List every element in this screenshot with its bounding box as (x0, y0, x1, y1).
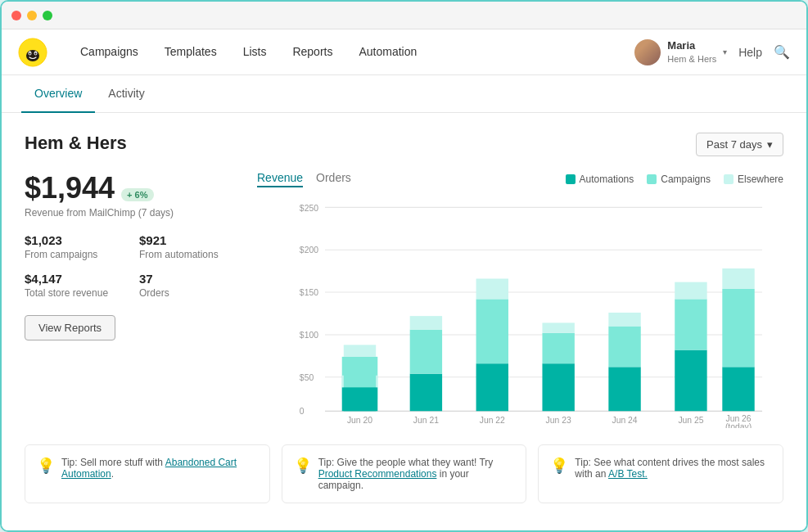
nav-lists[interactable]: Lists (230, 29, 280, 75)
ab-test-link[interactable]: A/B Test. (608, 468, 648, 480)
page-header: Hem & Hers Past 7 days ▾ (25, 133, 783, 156)
logo[interactable] (18, 38, 47, 67)
tab-overview[interactable]: Overview (21, 75, 95, 113)
title-bar (2, 2, 806, 29)
bar-jun23-camp (542, 333, 574, 363)
page-title: Hem & Hers (25, 133, 127, 154)
bar-jun24-camp (608, 327, 640, 367)
campaigns-color-dot (647, 174, 657, 184)
tip-text-1: Tip: Sell more stuff with (61, 457, 165, 468)
elsewhere-color-dot (724, 174, 734, 184)
product-recommendations-link[interactable]: Product Recommendations (318, 468, 437, 480)
svg-text:$150: $150 (300, 288, 318, 297)
user-info: Maria Hem & Hers (667, 39, 716, 65)
bar-jun21-camp (410, 330, 442, 374)
stat-orders: 37 Orders (139, 272, 237, 299)
view-reports-button[interactable]: View Reports (25, 315, 115, 340)
x-label-jun20: Jun 20 (347, 416, 372, 425)
bar-jun21-else (410, 316, 442, 330)
chart-area: $250 $200 $150 $100 $50 0 (257, 199, 783, 428)
bar-jun21-auto (410, 374, 442, 412)
maximize-dot[interactable] (43, 11, 52, 20)
app-window: Campaigns Templates Lists Reports Automa… (0, 0, 808, 532)
navbar: Campaigns Templates Lists Reports Automa… (2, 29, 806, 75)
stat-automations-value: $921 From automations (139, 233, 237, 260)
bar-jun25-auto (675, 350, 706, 412)
bar-jun22-camp (476, 299, 508, 363)
chart-legend: Automations Campaigns Elsewhere (566, 174, 783, 185)
left-panel: $1,944 + 6% Revenue from MailChimp (7 da… (25, 171, 237, 428)
bar-jun26-camp (722, 289, 754, 367)
x-label-jun23: Jun 23 (546, 416, 571, 425)
bar-jun25-else (675, 282, 706, 300)
legend-elsewhere-label: Elsewhere (738, 174, 783, 185)
bar-jun22-else (476, 278, 508, 299)
x-label-jun25: Jun 25 (678, 416, 703, 425)
x-label-jun22: Jun 22 (480, 416, 505, 425)
stat-store-revenue: $4,147 Total store revenue (25, 272, 123, 299)
tabs-bar: Overview Activity (2, 75, 806, 113)
chart-tabs: Revenue Orders (257, 171, 351, 187)
bar-jun20-auto (344, 387, 376, 411)
automations-color-dot (566, 174, 576, 184)
svg-text:$100: $100 (300, 331, 318, 340)
user-name: Maria (667, 39, 716, 53)
date-range-label: Past 7 days (706, 138, 762, 151)
bar-jun26-else (722, 268, 754, 289)
x-label-jun21: Jun 21 (413, 416, 439, 425)
chevron-down-icon: ▾ (723, 47, 727, 56)
tip-after-1: . (111, 468, 114, 480)
main-row: $1,944 + 6% Revenue from MailChimp (7 da… (25, 171, 783, 428)
nav-campaigns[interactable]: Campaigns (67, 29, 151, 75)
user-sub: Hem & Hers (667, 53, 716, 65)
bar-jun24-auto (608, 367, 640, 411)
revenue-label: Revenue from MailChimp (7 days) (25, 207, 237, 219)
svg-text:$50: $50 (300, 373, 314, 382)
x-label-today: (today) (725, 422, 752, 428)
search-icon[interactable]: 🔍 (774, 44, 790, 60)
bar-jun20-else (344, 345, 376, 357)
chart-tab-orders[interactable]: Orders (316, 171, 351, 187)
x-label-jun26: Jun 26 (725, 414, 751, 423)
nav-templates[interactable]: Templates (151, 29, 230, 75)
user-menu[interactable]: Maria Hem & Hers ▾ (634, 39, 727, 65)
legend-campaigns: Campaigns (647, 174, 711, 185)
svg-point-4 (29, 52, 31, 54)
date-range-button[interactable]: Past 7 days ▾ (696, 133, 783, 156)
svg-text:$200: $200 (300, 246, 318, 255)
tip-icon-2: 💡 (294, 457, 312, 475)
nav-automation[interactable]: Automation (345, 29, 430, 75)
content-area: Hem & Hers Past 7 days ▾ $1,944 + 6% Rev… (2, 113, 806, 530)
tab-activity[interactable]: Activity (95, 75, 157, 113)
svg-text:0: 0 (300, 407, 305, 416)
bar-jun25-camp (675, 299, 706, 349)
minimize-dot[interactable] (27, 11, 37, 20)
tips-row: 💡 Tip: Sell more stuff with Abandoned Ca… (25, 444, 783, 503)
bars-group (344, 268, 755, 411)
bar-jun24-else (608, 313, 640, 327)
tip-icon-1: 💡 (37, 457, 55, 475)
bar-chart: $250 $200 $150 $100 $50 0 (257, 199, 783, 428)
nav-right: Maria Hem & Hers ▾ Help 🔍 (634, 39, 790, 65)
revenue-amount: $1,944 (25, 171, 115, 205)
svg-point-5 (35, 52, 37, 54)
avatar (634, 39, 661, 65)
bar-jun23-auto (542, 363, 574, 411)
legend-automations: Automations (566, 174, 634, 185)
legend-campaigns-label: Campaigns (661, 174, 711, 185)
tip-card-2: 💡 Tip: Give the people what they want! T… (282, 444, 527, 503)
svg-text:$250: $250 (300, 204, 318, 213)
tip-card-1: 💡 Tip: Sell more stuff with Abandoned Ca… (25, 444, 270, 503)
legend-elsewhere: Elsewhere (724, 174, 783, 185)
chevron-down-icon: ▾ (767, 138, 773, 151)
bar-jun23-else (542, 322, 574, 332)
close-dot[interactable] (11, 11, 21, 20)
chart-tab-revenue[interactable]: Revenue (257, 171, 303, 187)
tip-text-2: Tip: Give the people what they want! Try (318, 457, 494, 468)
help-link[interactable]: Help (738, 46, 762, 59)
nav-reports[interactable]: Reports (279, 29, 345, 75)
nav-links: Campaigns Templates Lists Reports Automa… (67, 29, 634, 75)
tip-text-3: Tip: See what content drives the most sa… (575, 457, 765, 480)
revenue-badge: + 6% (121, 188, 153, 201)
bar-jun26-auto (722, 367, 754, 411)
